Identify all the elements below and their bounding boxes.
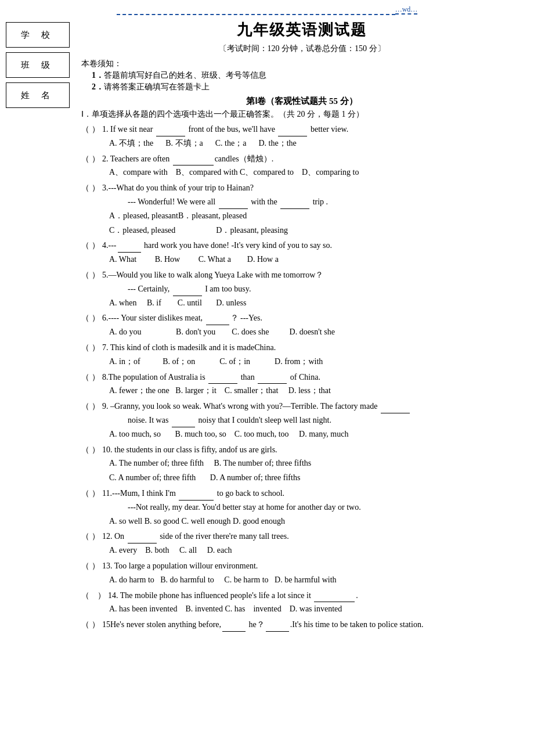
school-box: 学 校 xyxy=(6,22,70,48)
q3-options1: A．pleased, pleasantB．pleasant, pleased xyxy=(81,209,522,223)
exam-title: 九年级英语测试题 xyxy=(81,20,522,40)
question-7: （ ） 7. This kind of cloth is madesilk an… xyxy=(81,341,522,369)
q1-options: A. 不填；the B. 不填；a C. the；a D. the；the xyxy=(81,136,522,150)
question-13: （ ） 13. Too large a population willour e… xyxy=(81,559,522,587)
question-1: （ ） 1. If we sit near front of the bus, … xyxy=(81,123,522,150)
q14-text: 14. The mobile phone has influenced peop… xyxy=(108,589,358,603)
school-label: 学 校 xyxy=(21,30,55,41)
exam-page: …wd… 学 校 班 级 姓 名 九年级英语测试题 〔考试时间：120 分钟，试… xyxy=(0,0,534,756)
question-11: （ ） 11.---Mum, I think I'm to go back to… xyxy=(81,487,522,528)
q12-text: 12. On side of the river there're many t… xyxy=(102,530,289,543)
q14-paren: （ ） xyxy=(81,589,108,603)
q1-paren: （ ） xyxy=(81,123,102,136)
q8-text: 8.The population of Australia is than of… xyxy=(102,370,320,384)
part1-title: Ⅰ．单项选择从各题的四个选项中选出一个最正确答案。（共 20 分，每题 1 分） xyxy=(81,109,522,120)
q11-text: 11.---Mum, I think I'm to go back to sch… xyxy=(102,487,284,501)
question-10: （ ） 10. the students in our class is fif… xyxy=(81,443,522,485)
q13-text: 13. Too large a population willour envir… xyxy=(102,559,258,573)
q6-paren: （ ） xyxy=(81,311,102,325)
q3-paren: （ ） xyxy=(81,181,102,195)
q6-text: 6.---- Your sister dislikes meat, ？ ---Y… xyxy=(102,311,262,325)
exam-subtitle: 〔考试时间：120 分钟，试卷总分值：150 分〕 xyxy=(81,44,522,54)
q8-paren: （ ） xyxy=(81,370,102,384)
question-6: （ ） 6.---- Your sister dislikes meat, ？ … xyxy=(81,311,522,339)
class-label: 班 级 xyxy=(21,60,55,71)
q11-paren: （ ） xyxy=(81,487,102,501)
top-dashed-line: …wd… xyxy=(0,0,534,16)
q7-options: A. in；of B. of；on C. of；in D. from；with xyxy=(81,355,522,369)
section1-title: 第Ⅰ卷（客观性试题共 55 分） xyxy=(81,96,522,107)
q3-options2: C．pleased, pleased D．pleasant, pleasing xyxy=(81,224,522,237)
q10-options2: C. A number of; three fifth D. A number … xyxy=(81,471,522,485)
q9-subtext: noise. It was noisy that I couldn't slee… xyxy=(81,413,522,427)
q9-paren: （ ） xyxy=(81,399,102,413)
name-box: 姓 名 xyxy=(6,82,70,108)
q15-paren: （ ） xyxy=(81,618,102,632)
question-12: （ ） 12. On side of the river there're ma… xyxy=(81,530,522,557)
q11-subtext: ---Not really, my dear. You'd better sta… xyxy=(81,501,522,514)
q10-paren: （ ） xyxy=(81,443,102,457)
question-15: （ ） 15He's never stolen anything before,… xyxy=(81,618,522,632)
question-8: （ ） 8.The population of Australia is tha… xyxy=(81,370,522,398)
question-5: （ ） 5.—Would you like to walk along Yuey… xyxy=(81,268,522,309)
q15-text: 15He's never stolen anything before, he？… xyxy=(102,618,423,632)
question-2: （ ） 2. Teachers are often candles（蜡烛）. A… xyxy=(81,152,522,180)
notice-title: 本卷须知： xyxy=(81,59,522,69)
notice-list: 1．答题前填写好自己的姓名、班级、考号等信息 2．请将答案正确填写在答题卡上 xyxy=(81,70,522,92)
q9-options: A. too much, so B. much too, so C. too m… xyxy=(81,427,522,441)
q9-text: 9. –Granny, you look so weak. What's wro… xyxy=(102,399,411,413)
question-9: （ ） 9. –Granny, you look so weak. What's… xyxy=(81,399,522,441)
q4-text: 4.--- hard work you have done! -It's ver… xyxy=(102,239,332,253)
q3-text: 3.---What do you think of your trip to H… xyxy=(102,181,254,195)
q2-options: A、compare with B、compared with C、compare… xyxy=(81,165,522,179)
class-box: 班 级 xyxy=(6,52,70,78)
q1-text: 1. If we sit near front of the bus, we'l… xyxy=(102,123,348,136)
student-info-panel: 学 校 班 级 姓 名 xyxy=(6,22,70,113)
notice-item-2: 2．请将答案正确填写在答题卡上 xyxy=(92,82,522,92)
q13-paren: （ ） xyxy=(81,559,102,573)
q8-options: A. fewer；the one B. larger；it C. smaller… xyxy=(81,384,522,398)
q13-options: A. do harm to B. do harmful to C. be har… xyxy=(81,573,522,587)
q14-options: A. has been invented B. invented C. has … xyxy=(81,602,522,616)
q5-text: 5.—Would you like to walk along Yueya La… xyxy=(102,268,323,282)
q3-subtext: --- Wonderful! We were all with the trip… xyxy=(81,195,522,209)
question-14: （ ） 14. The mobile phone has influenced … xyxy=(81,589,522,617)
q10-options1: A. The number of; three fifth B. The num… xyxy=(81,456,522,470)
wd-label: …wd… xyxy=(395,5,418,15)
q2-text: 2. Teachers are often candles（蜡烛）. xyxy=(102,152,273,166)
q7-paren: （ ） xyxy=(81,341,102,355)
q12-paren: （ ） xyxy=(81,530,102,543)
q4-paren: （ ） xyxy=(81,239,102,253)
question-4: （ ） 4.--- hard work you have done! -It's… xyxy=(81,239,522,267)
question-3: （ ） 3.---What do you think of your trip … xyxy=(81,181,522,237)
q5-subtext: --- Certainly, I am too busy. xyxy=(81,282,522,296)
q10-text: 10. the students in our class is fifty, … xyxy=(102,443,277,457)
q2-paren: （ ） xyxy=(81,152,102,166)
q6-options: A. do you B. don't you C. does she D. do… xyxy=(81,325,522,339)
q12-options: A. every B. both C. all D. each xyxy=(81,543,522,557)
q4-options: A. What B. How C. What a D. How a xyxy=(81,253,522,267)
q5-options: A. when B. if C. until D. unless xyxy=(81,296,522,310)
exam-main: 九年级英语测试题 〔考试时间：120 分钟，试卷总分值：150 分〕 本卷须知：… xyxy=(75,16,528,639)
q7-text: 7. This kind of cloth is madesilk and it… xyxy=(102,341,276,355)
notice-item-1: 1．答题前填写好自己的姓名、班级、考号等信息 xyxy=(92,70,522,81)
q5-paren: （ ） xyxy=(81,268,102,282)
name-label: 姓 名 xyxy=(21,90,55,101)
q11-options: A. so well B. so good C. well enough D. … xyxy=(81,514,522,528)
